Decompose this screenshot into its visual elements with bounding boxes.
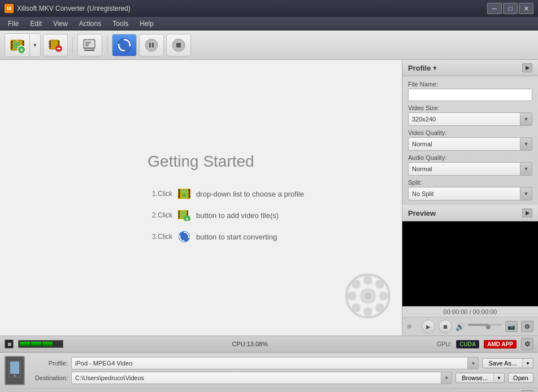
- title-bar: M Xilisoft MKV Converter (Unregistered) …: [0, 0, 538, 17]
- save-as-button[interactable]: Save As...: [483, 359, 523, 368]
- browse-group: Browse... ▼: [455, 373, 505, 383]
- snapshot-button[interactable]: 📷: [505, 321, 518, 332]
- preview-header-label: Preview: [408, 209, 436, 217]
- profile-expand-button[interactable]: ▶: [522, 63, 532, 72]
- stop-ctrl-button[interactable]: ⏹: [439, 320, 452, 333]
- profile-section: Profile ▼ ▶ File Name: Video Size: 320x2…: [402, 60, 538, 205]
- svg-point-73: [375, 303, 384, 312]
- menu-view[interactable]: View: [47, 19, 73, 29]
- title-bar-buttons: ─ □ ✕: [487, 3, 533, 14]
- open-button[interactable]: Open: [508, 373, 533, 383]
- svg-rect-38: [176, 43, 181, 47]
- start-convert-icon: [178, 230, 190, 243]
- film-reel-decoration: [345, 273, 391, 319]
- filename-field: File Name:: [408, 81, 532, 101]
- gpu-label: GPU:: [436, 341, 452, 347]
- svg-rect-57: [187, 214, 188, 215]
- settings-status-button[interactable]: ⚙: [521, 338, 533, 350]
- profile-field-row: Profile: iPod - MPEG4 Video ▼ Save As...…: [28, 357, 533, 369]
- preview-expand-button[interactable]: ▶: [522, 208, 532, 217]
- svg-rect-45: [189, 190, 190, 191]
- volume-icon: 🔊: [455, 323, 465, 331]
- svg-text:+: +: [185, 216, 188, 221]
- browse-arrow-button[interactable]: ▼: [494, 373, 504, 382]
- convert-settings-button[interactable]: [77, 34, 102, 56]
- svg-rect-53: [179, 211, 180, 213]
- svg-marker-29: [93, 49, 95, 51]
- menu-edit[interactable]: Edit: [24, 19, 47, 29]
- videoquality-field: Video Quality: Normal High Low ▼: [408, 129, 532, 151]
- settings-ctrl-button[interactable]: ⚙: [521, 321, 533, 332]
- videoquality-select[interactable]: Normal High Low: [408, 137, 532, 151]
- videoquality-label: Video Quality:: [408, 129, 532, 136]
- destination-select[interactable]: C:\Users\pedruco\Videos: [71, 372, 452, 384]
- svg-rect-43: [179, 193, 180, 194]
- menu-tools[interactable]: Tools: [107, 19, 134, 29]
- play-button[interactable]: ▶: [422, 320, 435, 333]
- device-icon: [5, 356, 25, 385]
- step-3-description: button to start converting: [196, 233, 277, 241]
- right-panel: Profile ▼ ▶ File Name: Video Size: 320x2…: [402, 60, 538, 336]
- step-1-number: 1.Click: [143, 190, 172, 198]
- browse-button[interactable]: Browse...: [456, 373, 494, 382]
- filename-label: File Name:: [408, 81, 532, 88]
- svg-point-34: [145, 39, 158, 51]
- svg-rect-35: [149, 43, 151, 47]
- maximize-button[interactable]: □: [503, 3, 518, 14]
- svg-point-68: [363, 276, 372, 285]
- title-bar-left: M Xilisoft MKV Converter (Unregistered): [5, 4, 131, 13]
- svg-text:+: +: [20, 47, 23, 53]
- svg-rect-54: [179, 214, 180, 215]
- preview-time: 00:00:00 / 00:00:00: [402, 306, 538, 317]
- audioquality-select[interactable]: Normal High Low: [408, 162, 532, 176]
- filename-input[interactable]: [408, 89, 532, 101]
- split-select[interactable]: No Split By Size By Time: [408, 187, 532, 201]
- remove-button[interactable]: [43, 34, 68, 56]
- content-area: Getting Started 1.Click: [0, 60, 402, 336]
- svg-point-71: [379, 291, 388, 300]
- svg-point-67: [365, 293, 371, 299]
- videosize-label: Video Size:: [408, 104, 532, 111]
- minimize-button[interactable]: ─: [487, 3, 502, 14]
- start-convert-button[interactable]: [112, 34, 137, 56]
- svg-rect-55: [179, 216, 180, 217]
- step-2: 2.Click +: [143, 209, 304, 221]
- svg-rect-5: [11, 47, 12, 49]
- profile-field-label: Profile:: [28, 360, 68, 367]
- menu-file[interactable]: File: [2, 19, 24, 29]
- toolbar-separator-1: [72, 37, 73, 54]
- svg-point-70: [348, 291, 357, 300]
- svg-rect-46: [189, 193, 190, 194]
- audioquality-field: Audio Quality: Normal High Low ▼: [408, 154, 532, 176]
- svg-point-69: [363, 307, 372, 316]
- videosize-select[interactable]: 320x240 640x480 1280x720: [408, 112, 532, 126]
- step-3-number: 3.Click: [143, 233, 172, 241]
- close-button[interactable]: ✕: [519, 3, 533, 14]
- progress-seg-3: [42, 342, 53, 346]
- add-video-button[interactable]: +: [5, 34, 30, 56]
- save-as-arrow-button[interactable]: ▼: [523, 359, 533, 368]
- volume-slider[interactable]: [468, 324, 502, 326]
- volume-control: [468, 324, 502, 329]
- stop-button[interactable]: [166, 34, 191, 56]
- menu-actions[interactable]: Actions: [73, 19, 107, 29]
- step-3: 3.Click button to start converting: [143, 230, 304, 243]
- profile-select[interactable]: iPod - MPEG4 Video: [71, 357, 479, 369]
- steps-container: 1.Click d: [98, 188, 304, 243]
- audioquality-select-wrap: Normal High Low ▼: [408, 162, 532, 176]
- destination-select-wrap: C:\Users\pedruco\Videos ▼: [71, 372, 452, 384]
- preview-section-header: Preview ▶: [402, 205, 538, 221]
- progress-seg-1: [20, 342, 30, 346]
- split-field: Split: No Split By Size By Time ▼: [408, 179, 532, 201]
- pause-button[interactable]: [139, 34, 164, 56]
- volume-thumb[interactable]: [486, 325, 491, 329]
- destination-field-row: Destination: C:\Users\pedruco\Videos ▼ B…: [28, 372, 533, 384]
- svg-rect-4: [11, 44, 12, 46]
- profile-fields: Profile: iPod - MPEG4 Video ▼ Save As...…: [28, 357, 533, 384]
- split-label: Split:: [408, 179, 532, 186]
- videoquality-select-wrap: Normal High Low ▼: [408, 137, 532, 151]
- progress-bar: [18, 340, 63, 348]
- playback-controls: ▶ ⏹ 🔊 📷 ⚙: [402, 317, 538, 336]
- add-video-dropdown-arrow[interactable]: ▼: [30, 34, 40, 56]
- menu-help[interactable]: Help: [134, 19, 159, 29]
